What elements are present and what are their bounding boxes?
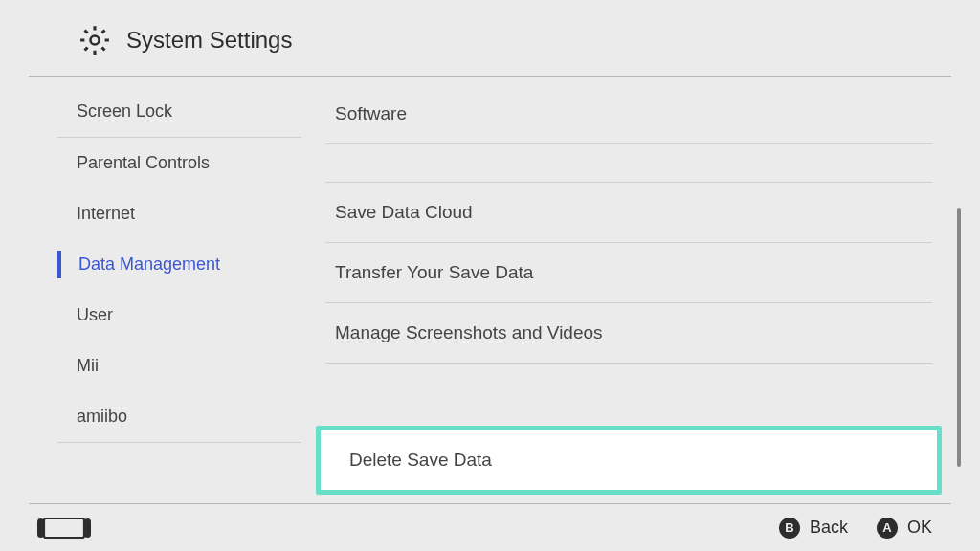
sidebar-item-label: Parental Controls: [77, 153, 210, 172]
main-gap: [325, 364, 932, 426]
main-item-label: Software: [335, 103, 407, 123]
svg-rect-2: [37, 518, 44, 538]
sidebar-item-label: User: [77, 305, 113, 324]
svg-point-0: [90, 35, 99, 44]
header: System Settings: [29, 0, 951, 77]
page-title: System Settings: [126, 27, 292, 54]
sidebar-item-internet[interactable]: Internet: [57, 188, 316, 239]
sidebar-item-user[interactable]: User: [57, 290, 316, 341]
main-item-label: Save Data Cloud: [335, 202, 473, 222]
main-item-label: Manage Screenshots and Videos: [335, 322, 603, 342]
back-label: Back: [810, 518, 848, 538]
main-item-transfer-save-data[interactable]: Transfer Your Save Data: [325, 243, 932, 303]
main-item-software[interactable]: Software: [325, 84, 932, 144]
main-item-save-data-cloud[interactable]: Save Data Cloud: [325, 183, 932, 243]
sidebar-item-screen-lock[interactable]: Screen Lock: [57, 86, 316, 137]
sidebar-divider: [57, 442, 301, 443]
sidebar-item-data-management[interactable]: Data Management: [57, 239, 316, 290]
footer-buttons: B Back A OK: [779, 518, 932, 539]
sidebar-item-label: Data Management: [78, 254, 220, 274]
b-button-icon: B: [779, 518, 800, 539]
scrollbar-thumb[interactable]: [957, 208, 961, 467]
main-item-delete-save-data[interactable]: Delete Save Data: [316, 426, 942, 495]
a-button-icon: A: [877, 518, 898, 539]
ok-label: OK: [907, 518, 932, 538]
main-item-manage-screenshots[interactable]: Manage Screenshots and Videos: [325, 303, 932, 364]
sidebar-item-label: Screen Lock: [77, 101, 172, 121]
sidebar-item-mii[interactable]: Mii: [57, 341, 316, 391]
sidebar: Screen Lock Parental Controls Internet D…: [0, 77, 316, 513]
svg-rect-3: [84, 518, 91, 538]
scrollbar[interactable]: [956, 69, 961, 501]
main-item-label: Delete Save Data: [349, 450, 492, 470]
sidebar-item-parental-controls[interactable]: Parental Controls: [57, 138, 316, 188]
sidebar-item-label: Internet: [77, 204, 135, 223]
svg-rect-1: [44, 518, 84, 538]
ok-button[interactable]: A OK: [877, 518, 932, 539]
main-item-label: Transfer Your Save Data: [335, 262, 533, 282]
controller-icon: [36, 516, 92, 540]
main-panel: Software Save Data Cloud Transfer Your S…: [316, 77, 980, 513]
footer: B Back A OK: [29, 503, 951, 551]
sidebar-item-label: Mii: [77, 356, 99, 375]
gear-icon: [78, 24, 111, 56]
back-button[interactable]: B Back: [779, 518, 848, 539]
main-gap: [325, 144, 932, 183]
sidebar-item-label: amiibo: [77, 407, 127, 426]
sidebar-item-amiibo[interactable]: amiibo: [57, 391, 316, 442]
content: Screen Lock Parental Controls Internet D…: [0, 77, 980, 513]
